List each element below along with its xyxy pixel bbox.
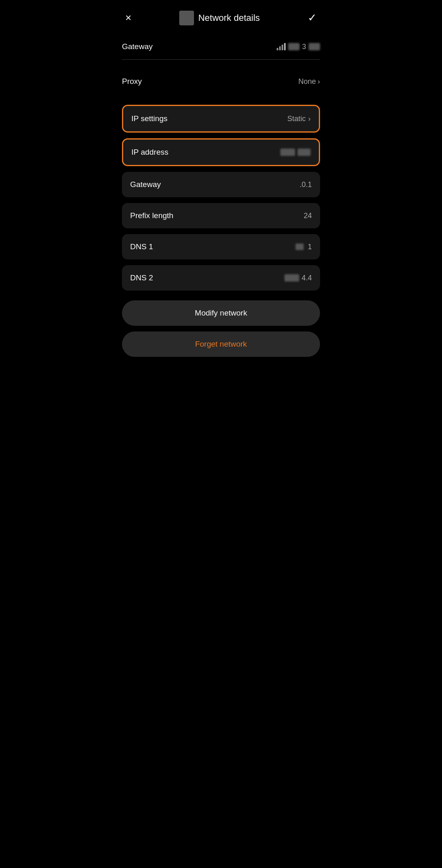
ip-settings-label: IP settings [131,114,167,123]
gateway-card-label: Gateway [130,180,161,189]
ip-address-masked2 [298,149,311,156]
dns1-value: 1 [308,243,312,251]
dns2-masked [284,274,299,282]
ip-settings-chevron-icon: › [308,115,311,123]
proxy-value: None [298,77,316,86]
gateway-top-row: Gateway 3 [122,34,320,55]
main-content: Gateway 3 Proxy None › IP settings Stati… [110,34,332,291]
gateway-card[interactable]: Gateway .0.1 [122,172,320,197]
header-title-group: Network details [179,11,259,25]
dns2-value-group: 4.4 [284,274,312,282]
ip-settings-value: Static [287,115,306,123]
bottom-actions: Modify network Forget network [110,296,332,369]
close-button[interactable]: × [122,10,135,26]
ip-address-value-group [280,149,311,156]
forget-network-button[interactable]: Forget network [122,331,320,357]
gateway-top-value: 3 [277,43,320,51]
dns2-value: 4.4 [302,274,312,282]
page-title: Network details [198,13,259,23]
ip-settings-card[interactable]: IP settings Static › [122,105,320,133]
prefix-length-card[interactable]: Prefix length 24 [122,203,320,228]
signal-icon [277,43,286,50]
divider-1 [122,59,320,60]
dns1-label: DNS 1 [130,242,153,251]
ip-address-card[interactable]: IP address [122,138,320,166]
dns1-masked [295,243,304,250]
ip-settings-value-group: Static › [287,115,311,123]
ip-address-label: IP address [131,148,168,157]
dns1-card[interactable]: DNS 1 1 [122,234,320,259]
header: × Network details ✓ [110,0,332,34]
dns1-value-group: 1 [295,243,312,251]
prefix-length-label: Prefix length [130,211,174,220]
gateway-partial: 3 [302,43,306,51]
spacer-1 [122,95,320,105]
proxy-label: Proxy [122,77,142,86]
proxy-value-group: None › [298,77,320,86]
proxy-chevron-icon: › [318,77,320,86]
confirm-button[interactable]: ✓ [304,10,320,26]
gateway-value-masked2 [309,43,320,50]
ip-address-masked1 [280,149,295,156]
dns2-card[interactable]: DNS 2 4.4 [122,265,320,291]
dns2-label: DNS 2 [130,273,153,282]
gateway-value-masked [288,43,300,50]
modify-network-button[interactable]: Modify network [122,300,320,326]
gateway-top-label: Gateway [122,42,153,51]
proxy-row[interactable]: Proxy None › [122,68,320,95]
prefix-length-value: 24 [304,212,312,220]
gateway-card-value: .0.1 [300,180,312,189]
network-icon [179,11,194,25]
